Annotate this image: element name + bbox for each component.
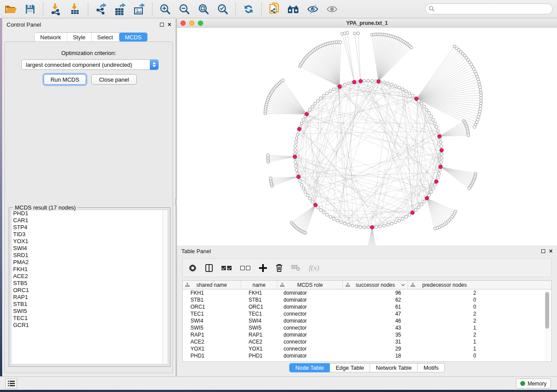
network-node[interactable] xyxy=(432,118,435,121)
network-node[interactable] xyxy=(417,206,420,209)
hide-selected-icon[interactable] xyxy=(306,3,319,16)
export-table-icon[interactable] xyxy=(114,3,127,16)
network-mcds-node[interactable] xyxy=(353,80,356,84)
network-node[interactable] xyxy=(420,203,423,206)
table-row[interactable]: FKH1FKH1dominator962 xyxy=(183,289,551,296)
network-leaf-node[interactable] xyxy=(480,94,483,97)
network-node[interactable] xyxy=(302,118,305,121)
network-leaf-node[interactable] xyxy=(468,187,471,190)
new-network-from-selection-icon[interactable] xyxy=(268,3,281,16)
network-node[interactable] xyxy=(379,225,382,228)
first-neighbors-icon[interactable] xyxy=(287,3,300,16)
close-panel-icon[interactable]: × xyxy=(168,22,171,27)
mcds-result-item[interactable]: FKH1 xyxy=(11,266,168,273)
network-leaf-node[interactable] xyxy=(480,99,483,102)
mcds-result-item[interactable]: ACE2 xyxy=(11,273,168,280)
task-history-button[interactable] xyxy=(5,378,17,389)
mcds-result-item[interactable]: STB1 xyxy=(11,301,168,308)
network-node[interactable] xyxy=(363,226,366,229)
network-leaf-node[interactable] xyxy=(473,126,476,129)
network-mcds-node[interactable] xyxy=(411,211,415,215)
show-all-icon[interactable] xyxy=(325,3,339,16)
network-node[interactable] xyxy=(367,226,370,229)
network-canvas[interactable] xyxy=(177,28,557,245)
network-node[interactable] xyxy=(432,187,435,190)
network-node[interactable] xyxy=(398,86,401,89)
mcds-result-item[interactable]: PMA2 xyxy=(11,259,168,266)
tab-node-table[interactable]: Node Table xyxy=(289,363,330,372)
network-node[interactable] xyxy=(332,88,336,91)
network-leaf-node[interactable] xyxy=(356,32,360,35)
mcds-result-item[interactable]: TEC1 xyxy=(11,315,168,322)
network-node[interactable] xyxy=(439,141,442,144)
save-session-icon[interactable] xyxy=(24,3,37,16)
network-node[interactable] xyxy=(414,209,417,212)
tab-style[interactable]: Style xyxy=(67,33,92,41)
network-node[interactable] xyxy=(375,226,378,229)
network-node[interactable] xyxy=(440,161,443,164)
tab-network-table[interactable]: Network Table xyxy=(370,363,418,372)
table-row[interactable]: TEC1TEC1connector472 xyxy=(183,310,551,317)
network-mcds-node[interactable] xyxy=(415,97,419,101)
network-node[interactable] xyxy=(390,83,393,86)
network-node[interactable] xyxy=(329,216,332,219)
network-node[interactable] xyxy=(319,209,322,212)
network-mcds-node[interactable] xyxy=(370,226,374,230)
mcds-result-item[interactable]: STP4 xyxy=(11,224,168,231)
network-node[interactable] xyxy=(390,222,393,225)
network-node[interactable] xyxy=(401,217,404,220)
network-node[interactable] xyxy=(308,197,311,200)
network-mcds-node[interactable] xyxy=(293,155,297,159)
network-node[interactable] xyxy=(302,187,305,190)
network-node[interactable] xyxy=(428,194,431,197)
network-node[interactable] xyxy=(420,102,423,105)
network-leaf-node[interactable] xyxy=(467,134,470,137)
network-node[interactable] xyxy=(314,102,317,105)
network-node[interactable] xyxy=(295,137,298,140)
network-node[interactable] xyxy=(332,217,336,220)
tab-network[interactable]: Network xyxy=(35,33,67,41)
network-node[interactable] xyxy=(322,94,325,97)
network-node[interactable] xyxy=(339,221,343,224)
network-node[interactable] xyxy=(300,183,303,186)
network-leaf-node[interactable] xyxy=(339,41,342,44)
memory-button[interactable]: Memory xyxy=(516,378,551,389)
open-session-icon[interactable] xyxy=(4,3,17,16)
mcds-result-list[interactable]: PHD1CAR1STP4TID3YOX1SWI4SRD1PMA2FKH1ACE2… xyxy=(11,210,168,364)
network-node[interactable] xyxy=(383,81,386,84)
optimization-criterion-dropdown[interactable]: largest connected component (undirected) xyxy=(21,59,159,70)
network-node[interactable] xyxy=(294,165,298,168)
network-mcds-node[interactable] xyxy=(438,134,442,138)
network-node[interactable] xyxy=(430,190,433,193)
network-node[interactable] xyxy=(440,157,443,160)
network-node[interactable] xyxy=(367,79,370,83)
column-header-shared-name[interactable]: shared name xyxy=(183,281,241,289)
zoom-selected-icon[interactable] xyxy=(216,3,229,16)
network-node[interactable] xyxy=(405,90,408,93)
network-mcds-node[interactable] xyxy=(297,175,301,179)
network-leaf-node[interactable] xyxy=(479,91,482,94)
import-table-icon[interactable] xyxy=(69,3,82,16)
network-leaf-node[interactable] xyxy=(480,102,483,105)
network-leaf-node[interactable] xyxy=(434,227,437,230)
mcds-result-item[interactable]: TID3 xyxy=(11,231,168,238)
table-row[interactable]: ACE2ACE2connector311 xyxy=(183,338,551,345)
mcds-result-item[interactable]: GCR1 xyxy=(11,322,168,329)
delete-column-trash-icon[interactable] xyxy=(276,264,283,272)
tab-select[interactable]: Select xyxy=(92,33,119,41)
network-mcds-node[interactable] xyxy=(439,165,443,169)
network-node[interactable] xyxy=(363,79,366,83)
network-node[interactable] xyxy=(336,219,339,222)
network-node[interactable] xyxy=(300,122,303,125)
network-node[interactable] xyxy=(325,92,329,95)
network-leaf-node[interactable] xyxy=(478,110,481,113)
refresh-layout-icon[interactable] xyxy=(242,3,255,16)
network-node[interactable] xyxy=(433,183,436,186)
network-node[interactable] xyxy=(383,224,386,227)
network-node[interactable] xyxy=(436,129,439,132)
network-node[interactable] xyxy=(408,92,411,95)
settings-gear-icon[interactable] xyxy=(189,264,197,272)
mcds-result-item[interactable]: RAP1 xyxy=(11,294,168,301)
network-node[interactable] xyxy=(294,141,298,144)
table-row[interactable]: ORC1ORC1dominator610 xyxy=(183,303,551,310)
